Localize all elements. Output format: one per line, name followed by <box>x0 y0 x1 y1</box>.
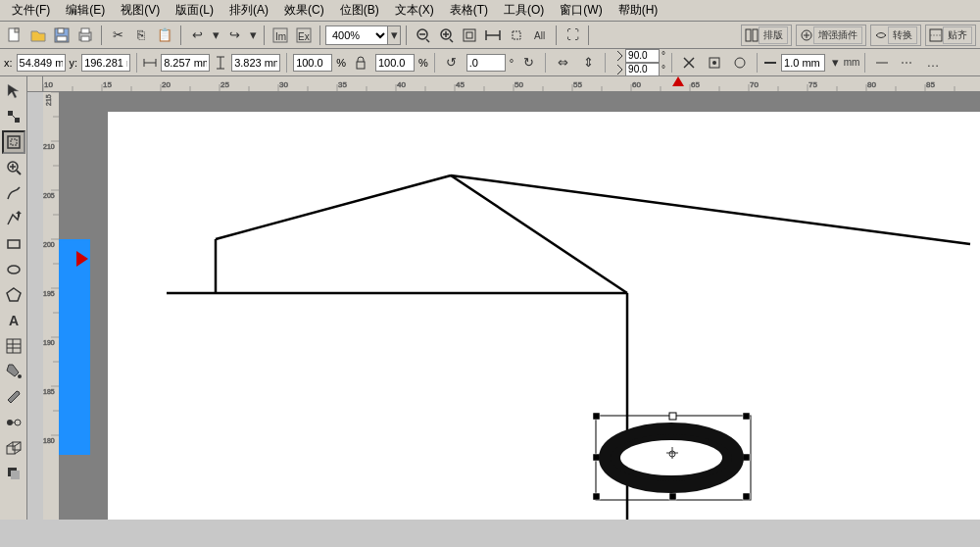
rotate-ccw-btn[interactable]: ↺ <box>441 52 463 74</box>
new-button[interactable] <box>4 25 25 46</box>
tool-select[interactable] <box>2 79 25 103</box>
rot2-input[interactable] <box>625 63 660 76</box>
svg-line-14 <box>426 39 429 42</box>
pct2-input[interactable] <box>375 54 415 72</box>
more-btn[interactable]: … <box>922 52 944 74</box>
svg-text:85: 85 <box>926 80 935 89</box>
import-button[interactable]: Im <box>270 25 291 46</box>
zoom-dropdown-btn[interactable]: ▾ <box>387 25 401 45</box>
svg-rect-164 <box>669 493 676 500</box>
tool-ellipse[interactable] <box>2 258 25 281</box>
svg-text:65: 65 <box>691 80 700 89</box>
undo-dropdown[interactable]: ▾ <box>210 25 221 46</box>
thickness-unit-btn[interactable]: mm <box>845 52 858 74</box>
tool-text[interactable]: A <box>2 309 25 332</box>
tool-crop[interactable] <box>2 130 25 154</box>
save-button[interactable] <box>51 25 73 46</box>
cut-button[interactable]: ✂ <box>107 25 128 46</box>
svg-point-68 <box>15 420 21 425</box>
redo-dropdown[interactable]: ▾ <box>247 25 259 46</box>
svg-line-73 <box>15 442 21 446</box>
paiiban-label[interactable]: 排版 <box>759 26 788 44</box>
paste-button[interactable]: 📋 <box>154 25 175 46</box>
copy-button[interactable]: ⎘ <box>130 25 152 46</box>
rot-angles: ° ° <box>612 50 665 75</box>
menu-item-effects[interactable]: 效果(C) <box>276 0 332 21</box>
mirror-h-btn[interactable]: ⇔ <box>552 52 573 74</box>
niantie-label[interactable]: 贴齐 <box>943 26 972 44</box>
thickness-dropdown[interactable]: ▾ <box>829 52 841 74</box>
svg-text:55: 55 <box>573 80 582 89</box>
angle-input[interactable] <box>466 54 506 72</box>
zoom-in-btn[interactable] <box>435 25 457 46</box>
tool-shadow[interactable] <box>2 462 25 485</box>
degree-symbol: ° <box>510 57 514 69</box>
svg-line-154 <box>451 175 970 244</box>
tool-eyedropper[interactable] <box>2 385 25 409</box>
open-button[interactable] <box>27 25 49 46</box>
svg-rect-6 <box>81 28 89 33</box>
undo-button[interactable]: ↩ <box>186 25 208 46</box>
zoom-width-btn[interactable] <box>482 25 504 46</box>
sep-prop3 <box>434 53 435 73</box>
x-input[interactable] <box>17 54 66 72</box>
menu-item-text[interactable]: 文本(X) <box>387 0 442 21</box>
tool-polygon[interactable] <box>2 283 25 307</box>
tool-rectangle[interactable] <box>2 232 25 256</box>
lock-proportions-btn[interactable] <box>350 52 371 74</box>
tool-smart[interactable] <box>2 207 25 230</box>
tool-table[interactable] <box>2 334 25 358</box>
menu-item-file[interactable]: 文件(F) <box>4 0 58 21</box>
toolbox: A <box>0 76 27 520</box>
svg-line-153 <box>216 175 451 239</box>
menu-item-help[interactable]: 帮助(H) <box>611 0 666 21</box>
sep-prop6 <box>671 53 672 73</box>
menu-item-edit[interactable]: 编辑(E) <box>58 0 113 21</box>
height-input[interactable] <box>231 54 280 72</box>
zoom-out-btn[interactable] <box>412 25 433 46</box>
menu-item-layout[interactable]: 版面(L) <box>168 0 221 21</box>
left-arrow-indicator <box>76 251 88 267</box>
tool-node[interactable] <box>2 105 25 128</box>
position-btn[interactable] <box>704 52 725 74</box>
y-input[interactable] <box>81 54 130 72</box>
zoom-page-btn[interactable] <box>459 25 480 46</box>
tool-freehand[interactable] <box>2 181 25 205</box>
svg-text:205: 205 <box>43 192 55 199</box>
rotate-cw-btn[interactable]: ↻ <box>517 52 539 74</box>
svg-rect-7 <box>81 36 89 41</box>
menu-item-view[interactable]: 视图(V) <box>113 0 168 21</box>
mirror-v-btn[interactable]: ⇕ <box>577 52 599 74</box>
apply-btn[interactable] <box>729 52 751 74</box>
menu-item-tools[interactable]: 工具(O) <box>496 0 552 21</box>
style-btn1[interactable] <box>871 52 893 74</box>
width-input[interactable] <box>161 54 210 72</box>
zoom-selection-btn[interactable] <box>506 25 527 46</box>
width-icon <box>143 56 157 70</box>
svg-text:185: 185 <box>43 388 55 395</box>
export-button[interactable]: Ex <box>293 25 315 46</box>
blue-accent-rect <box>59 239 90 455</box>
menu-item-table[interactable]: 表格(T) <box>442 0 496 21</box>
menu-item-bitmap[interactable]: 位图(B) <box>332 0 387 21</box>
tool-blend[interactable] <box>2 411 25 434</box>
rot1-input[interactable] <box>625 49 660 63</box>
menu-item-window[interactable]: 窗口(W) <box>552 0 610 21</box>
tool-zoom[interactable] <box>2 156 25 179</box>
sep-prop2 <box>286 53 287 73</box>
zengqiang-label[interactable]: 增强插件 <box>813 26 862 44</box>
print-button[interactable] <box>74 25 96 46</box>
tool-fill[interactable] <box>2 360 25 383</box>
menu-item-arrange[interactable]: 排列(A) <box>221 0 276 21</box>
style-btn2[interactable] <box>897 52 918 74</box>
fullscreen-btn[interactable]: ⛶ <box>562 25 583 46</box>
zoom-select[interactable]: 400% 100% 200% 800% <box>325 25 389 45</box>
pct1-input[interactable] <box>293 54 332 72</box>
redo-button[interactable]: ↪ <box>223 25 245 46</box>
tool-extrude[interactable] <box>2 436 25 460</box>
clear-transform-btn[interactable] <box>678 52 700 74</box>
zoom-all-btn[interactable]: All <box>529 25 551 46</box>
zhuanhuan-label[interactable]: 转换 <box>888 26 917 44</box>
thickness-input[interactable] <box>781 54 825 72</box>
svg-point-169 <box>620 440 722 475</box>
